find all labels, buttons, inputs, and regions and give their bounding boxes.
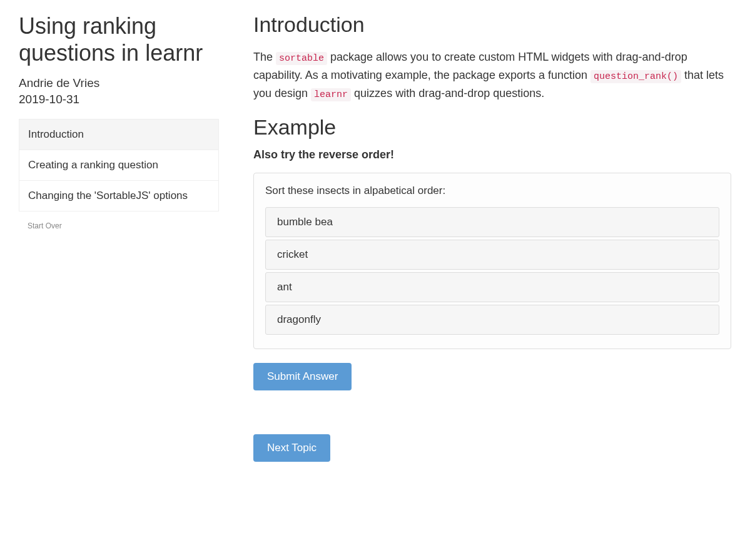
submit-answer-button[interactable]: Submit Answer bbox=[253, 363, 352, 390]
page-title: Using ranking questions in learnr bbox=[19, 13, 219, 66]
nav-list: Introduction Creating a ranking question… bbox=[19, 119, 219, 211]
sidebar: Using ranking questions in learnr Andrie… bbox=[19, 13, 231, 462]
heading-example: Example bbox=[253, 115, 731, 140]
main-content: Introduction The sortable package allows… bbox=[231, 13, 731, 462]
author: Andrie de Vries bbox=[19, 76, 219, 90]
rank-item[interactable]: bumble bea bbox=[265, 207, 719, 237]
rank-item[interactable]: ant bbox=[265, 272, 719, 302]
code-learnr: learnr bbox=[311, 88, 351, 101]
nav-item-changing-sortablejs-options[interactable]: Changing the 'SortableJS' options bbox=[19, 181, 218, 211]
code-question-rank: question_rank() bbox=[590, 70, 681, 83]
next-topic-button[interactable]: Next Topic bbox=[253, 434, 330, 462]
intro-paragraph: The sortable package allows you to creat… bbox=[253, 48, 731, 103]
nav-item-introduction[interactable]: Introduction bbox=[19, 120, 218, 150]
rank-item[interactable]: dragonfly bbox=[265, 305, 719, 335]
heading-introduction: Introduction bbox=[253, 13, 731, 37]
rank-list: bumble bea cricket ant dragonfly bbox=[265, 207, 719, 335]
quiz-prompt: Sort these insects in alpabetical order: bbox=[265, 185, 719, 197]
date: 2019-10-31 bbox=[19, 93, 219, 106]
start-over-link[interactable]: Start Over bbox=[19, 211, 219, 237]
reverse-order-prompt: Also try the reverse order! bbox=[253, 148, 731, 161]
code-sortable: sortable bbox=[276, 52, 327, 65]
quiz-panel: Sort these insects in alpabetical order:… bbox=[253, 173, 731, 349]
nav-item-creating-ranking-question[interactable]: Creating a ranking question bbox=[19, 150, 218, 181]
rank-item[interactable]: cricket bbox=[265, 240, 719, 270]
